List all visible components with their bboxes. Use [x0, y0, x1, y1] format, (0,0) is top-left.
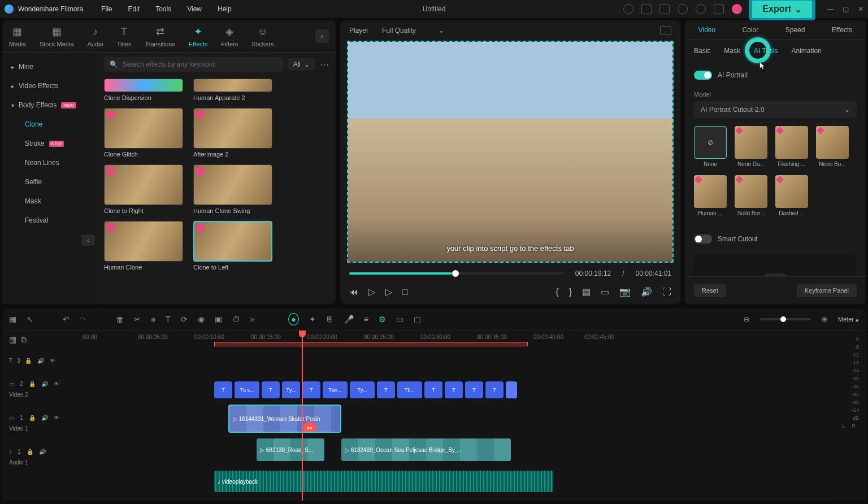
subtab-basic[interactable]: Basic [694, 47, 710, 55]
sidebar-item-stroke[interactable]: Stroke NEW [2, 134, 97, 153]
portrait-item[interactable]: Solid Bor... [735, 175, 767, 216]
selection-range[interactable] [214, 342, 528, 346]
sidebar-mine[interactable]: ▸Mine [2, 57, 97, 76]
model-dropdown[interactable]: AI Portrait Cutout-2.0⌄ [694, 101, 857, 118]
marker-icon[interactable]: ● [288, 313, 298, 325]
tab-stickers[interactable]: ☺Stickers [251, 25, 274, 47]
tab-speed[interactable]: Speed [785, 26, 805, 34]
subtab-animation[interactable]: Animation [791, 47, 821, 55]
ai-portrait-toggle[interactable] [694, 71, 712, 80]
track-audio-1[interactable]: ♪1🔒🔊Audio 1 [2, 440, 81, 474]
track-video-2[interactable]: ▭2🔒🔊👁Video 2 [2, 372, 81, 406]
ratio-icon[interactable]: ▭ [396, 315, 403, 324]
layout-grid-icon[interactable]: ▦ [9, 315, 16, 324]
timer-icon[interactable]: ⏱ [232, 315, 240, 324]
cut-icon[interactable]: ✂ [134, 315, 141, 324]
tab-effects[interactable]: ✦Effects [189, 25, 207, 47]
camera-icon[interactable]: 📷 [619, 286, 631, 297]
portrait-none[interactable]: ⊘None [694, 126, 727, 167]
close-icon[interactable]: ✕ [858, 5, 863, 13]
portrait-item[interactable]: Human ... [694, 175, 727, 216]
speed-icon[interactable]: ⟳ [181, 315, 188, 324]
effect-card[interactable]: Human Apparate 2 [193, 79, 272, 101]
headphones-icon[interactable] [696, 4, 706, 14]
portrait-item[interactable]: Dashed ... [775, 175, 808, 216]
text-clip[interactable] [506, 381, 517, 398]
snapshot-icon[interactable] [660, 26, 671, 35]
magnet-icon[interactable]: ⧉ [21, 335, 27, 345]
smart-cutout-toggle[interactable] [694, 234, 712, 244]
tab-color[interactable]: Color [743, 26, 759, 34]
effect-card[interactable]: Clone to Right [104, 164, 183, 214]
sidebar-item-clone[interactable]: Clone [2, 115, 97, 134]
effect-card[interactable]: Human Clone [104, 221, 183, 271]
quality-dropdown[interactable]: Full Quality⌄ [382, 27, 444, 34]
stop-icon[interactable]: □ [402, 287, 408, 297]
sidebar-collapse-icon[interactable]: ‹ [81, 234, 95, 246]
track-video-1[interactable]: ▭1🔒🔊👁Video 1 [2, 406, 81, 440]
text-clip[interactable]: T [445, 381, 463, 398]
crop-icon[interactable]: ⎈ [151, 315, 155, 324]
tab-fx[interactable]: Effects [832, 26, 852, 34]
portrait-item[interactable]: Neon Bo... [816, 126, 849, 167]
effect-card[interactable]: Clone to Left [193, 221, 272, 271]
menu-file[interactable]: File [101, 5, 112, 13]
tab-audio[interactable]: ♪Audio [88, 25, 103, 47]
tab-stock-media[interactable]: ▦Stock Media [40, 25, 74, 47]
sidebar-item-neon-lines[interactable]: Neon Lines [2, 153, 97, 172]
video-clip-2[interactable]: ▷ 16144331_Woman Skater Posin ✂ [228, 405, 341, 433]
text-clip[interactable]: T [424, 381, 442, 398]
text-clip[interactable]: T [262, 381, 280, 398]
preview-viewport[interactable]: your clip into script go to the effects … [347, 41, 674, 263]
next-frame-icon[interactable]: ▷ [385, 286, 392, 297]
export-button[interactable]: Export ⌄ [750, 0, 814, 20]
track-text-3[interactable]: T3🔒🔊👁 [2, 349, 81, 372]
text-clip[interactable]: T [485, 381, 504, 398]
reset-button[interactable]: Reset [694, 284, 726, 297]
text-icon[interactable]: T [166, 315, 171, 324]
user-avatar[interactable] [732, 4, 742, 14]
minimize-icon[interactable]: — [827, 5, 834, 13]
mic-icon[interactable]: 🎤 [344, 315, 354, 324]
audio-clip[interactable]: ♪ videoplayback [214, 471, 553, 492]
sidebar-item-mask[interactable]: Mask [2, 192, 97, 211]
record-icon[interactable] [623, 4, 633, 14]
tab-filters[interactable]: ◈Filters [221, 25, 238, 47]
adjust-icon[interactable]: ✦ [309, 315, 316, 324]
menu-edit[interactable]: Edit [128, 5, 140, 13]
zoom-slider[interactable] [760, 318, 811, 320]
text-clip[interactable]: T a s... [235, 381, 259, 398]
text-clip[interactable]: T [465, 381, 483, 398]
effect-card[interactable]: Clone Glitch [104, 108, 183, 158]
meter-label[interactable]: Meter ▴ [838, 316, 859, 323]
sidebar-body-effects[interactable]: ▾Body EffectsNEW [2, 95, 97, 115]
marker-in-icon[interactable]: { [555, 287, 558, 297]
redo-icon[interactable]: ↷ [80, 315, 86, 324]
tab-titles[interactable]: TTitles [117, 25, 132, 47]
sidebar-item-festival[interactable]: Festival [2, 211, 97, 230]
timeline-ruler[interactable]: :00:00 00:00:05:00 00:00:10:00 00:00:15:… [81, 331, 832, 349]
prev-frame-icon[interactable]: ⏮ [349, 287, 358, 297]
shield-icon[interactable]: ⛨ [326, 315, 334, 324]
mixer-icon[interactable]: ≡ [364, 315, 368, 324]
tab-transitions[interactable]: ⇄Transitions [145, 25, 175, 47]
portrait-item[interactable]: Neon Da... [735, 126, 767, 167]
text-clip[interactable]: T y... [350, 381, 375, 398]
render-icon[interactable]: ▢ [414, 315, 421, 324]
subtab-mask[interactable]: Mask [724, 47, 740, 55]
effect-card[interactable]: Afterimage 2 [193, 108, 272, 158]
ai-icon[interactable]: ⚙ [379, 315, 386, 324]
menu-tools[interactable]: Tools [155, 5, 171, 13]
sidebar-video-effects[interactable]: ▸Video Effects [2, 76, 97, 95]
delete-icon[interactable]: 🗑 [116, 315, 124, 324]
text-clip[interactable]: T y... [282, 381, 300, 398]
playback-slider[interactable] [349, 272, 564, 275]
menu-view[interactable]: View [187, 5, 202, 13]
cut-marker-icon[interactable]: ✂ [303, 422, 316, 433]
tab-media[interactable]: ▦Media [9, 25, 26, 47]
fullscreen-icon[interactable]: ⛶ [662, 287, 671, 297]
playhead[interactable] [302, 331, 303, 501]
search-input[interactable]: 🔍 Search effects by any keyword [104, 57, 283, 72]
apps-icon[interactable] [714, 4, 724, 14]
color-icon[interactable]: ◉ [198, 315, 205, 324]
